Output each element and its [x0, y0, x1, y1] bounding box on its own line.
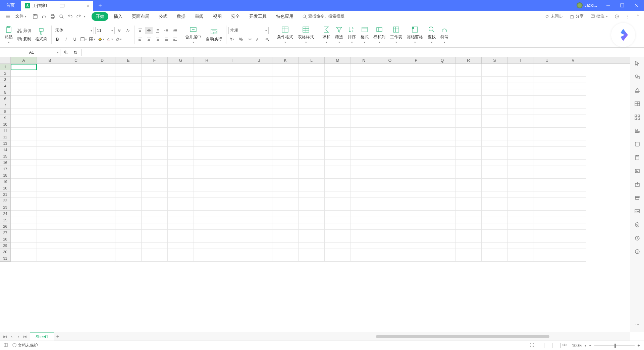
formula-input[interactable]: [81, 49, 629, 56]
cell[interactable]: [89, 64, 115, 70]
cell[interactable]: [377, 160, 403, 166]
settings-panel-icon[interactable]: [634, 221, 641, 228]
cell[interactable]: [63, 128, 89, 134]
cell[interactable]: [37, 204, 63, 211]
cell[interactable]: [89, 230, 115, 236]
decrease-indent-icon[interactable]: [163, 27, 170, 34]
increase-decimal-icon[interactable]: .0: [255, 36, 262, 43]
cell[interactable]: [351, 230, 377, 236]
cell[interactable]: [560, 128, 586, 134]
bold-button[interactable]: B: [54, 36, 61, 43]
cell[interactable]: [11, 64, 37, 70]
cell[interactable]: [272, 102, 299, 108]
cell[interactable]: [11, 89, 37, 96]
cell[interactable]: [37, 217, 63, 223]
cell[interactable]: [377, 198, 403, 204]
cell[interactable]: [37, 211, 63, 217]
cell[interactable]: [142, 147, 168, 153]
row-header[interactable]: 1: [0, 64, 11, 70]
cell[interactable]: [89, 191, 115, 198]
cell[interactable]: [482, 223, 508, 230]
cell[interactable]: [168, 211, 194, 217]
row-header[interactable]: 8: [0, 108, 11, 115]
table-panel-icon[interactable]: [634, 100, 641, 107]
cell[interactable]: [482, 185, 508, 191]
cell[interactable]: [455, 128, 482, 134]
cell[interactable]: [194, 217, 220, 223]
cell[interactable]: [377, 128, 403, 134]
cell[interactable]: [351, 211, 377, 217]
cell[interactable]: [299, 191, 325, 198]
cell[interactable]: [246, 134, 272, 140]
cell[interactable]: [351, 191, 377, 198]
cell[interactable]: [37, 255, 63, 262]
cell[interactable]: [508, 70, 534, 77]
cell[interactable]: [508, 243, 534, 249]
tab-special[interactable]: 特色应用: [272, 12, 298, 21]
cell[interactable]: [89, 108, 115, 115]
cell[interactable]: [168, 128, 194, 134]
cell[interactable]: [455, 70, 482, 77]
cell[interactable]: [142, 243, 168, 249]
cell[interactable]: [63, 198, 89, 204]
cell[interactable]: [272, 147, 299, 153]
cell[interactable]: [508, 211, 534, 217]
cell[interactable]: [11, 96, 37, 102]
cell[interactable]: [455, 198, 482, 204]
cell[interactable]: [168, 243, 194, 249]
row-header[interactable]: 18: [0, 172, 11, 179]
cell[interactable]: [220, 115, 246, 121]
cell[interactable]: [455, 179, 482, 185]
cell[interactable]: [37, 89, 63, 96]
cell[interactable]: [220, 166, 246, 172]
cell[interactable]: [534, 255, 560, 262]
cell[interactable]: [455, 249, 482, 255]
cell[interactable]: [403, 89, 429, 96]
cell[interactable]: [194, 89, 220, 96]
cell[interactable]: [168, 77, 194, 83]
attachment-panel-icon[interactable]: [634, 167, 641, 175]
cell[interactable]: [89, 77, 115, 83]
cell[interactable]: [429, 166, 455, 172]
cell[interactable]: [63, 140, 89, 147]
cell[interactable]: [115, 121, 142, 128]
filter-button[interactable]: 筛选▾: [335, 26, 343, 44]
cell[interactable]: [168, 172, 194, 179]
cell[interactable]: [429, 153, 455, 160]
cell[interactable]: [194, 147, 220, 153]
help-button[interactable]: ?: [612, 14, 621, 19]
cell[interactable]: [534, 217, 560, 223]
cell[interactable]: [351, 172, 377, 179]
cell[interactable]: [455, 96, 482, 102]
cell[interactable]: [482, 134, 508, 140]
cell[interactable]: [455, 83, 482, 89]
cell[interactable]: [63, 102, 89, 108]
cell[interactable]: [508, 166, 534, 172]
cell[interactable]: [142, 211, 168, 217]
cell[interactable]: [403, 179, 429, 185]
cell[interactable]: [429, 83, 455, 89]
select-all-corner[interactable]: [0, 57, 11, 63]
cell[interactable]: [37, 77, 63, 83]
sheet-tab[interactable]: Sheet1: [30, 333, 54, 341]
chart-panel-icon[interactable]: [634, 127, 641, 134]
cell[interactable]: [377, 217, 403, 223]
clipboard-panel-icon[interactable]: [634, 154, 641, 161]
cell[interactable]: [455, 115, 482, 121]
cell[interactable]: [246, 108, 272, 115]
cell[interactable]: [37, 236, 63, 243]
cell[interactable]: [429, 102, 455, 108]
cell[interactable]: [168, 166, 194, 172]
cell[interactable]: [115, 166, 142, 172]
col-header[interactable]: C: [63, 57, 89, 63]
cell[interactable]: [429, 128, 455, 134]
cell[interactable]: [377, 77, 403, 83]
cell[interactable]: [246, 83, 272, 89]
cell[interactable]: [115, 185, 142, 191]
cell[interactable]: [220, 191, 246, 198]
cell[interactable]: [168, 185, 194, 191]
cell[interactable]: [482, 128, 508, 134]
cell[interactable]: [89, 223, 115, 230]
row-header[interactable]: 19: [0, 179, 11, 185]
cell[interactable]: [299, 160, 325, 166]
